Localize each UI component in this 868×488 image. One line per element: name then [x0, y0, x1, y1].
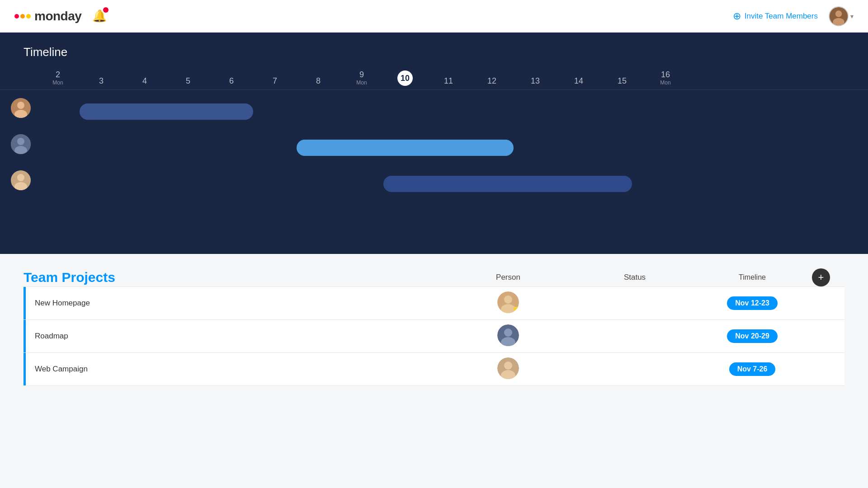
gantt-bar-2: [297, 140, 514, 156]
svg-point-0: [14, 14, 19, 19]
scroll-col-3: [834, 353, 844, 386]
header: monday 🔔 ⊕ Invite Team Members: [0, 0, 868, 33]
task-name-2: Roadmap: [26, 332, 68, 341]
gantt-row-3: [36, 162, 868, 198]
column-header-person: Person: [445, 268, 571, 287]
person-cell-3: [445, 353, 571, 386]
scroll-col-2: [834, 320, 844, 353]
table-row: Roadmap Done Nov 20-29: [24, 320, 844, 353]
projects-table-body: New Homepage Done: [24, 287, 844, 386]
plus-icon: ⊕: [733, 10, 741, 22]
gantt-bar-3: [383, 176, 632, 192]
person-avatar-2: [497, 324, 519, 346]
date-cell-11: 11: [427, 76, 470, 86]
scroll-col-1: [834, 287, 844, 320]
timeline-cell-1: Nov 12-23: [698, 287, 807, 320]
person-cell-2: [445, 320, 571, 353]
svg-rect-18: [514, 307, 518, 311]
date-cell-2: 2Mon: [36, 70, 80, 86]
person-cell-1: [445, 287, 571, 320]
table-row: Web Campaign Working on it Nov 7-26: [24, 353, 844, 386]
status-cell-2[interactable]: Done: [571, 320, 698, 353]
gantt-avatar-2: [11, 134, 31, 154]
task-cell-3: Web Campaign: [24, 353, 445, 385]
monday-logo-icon: [14, 11, 31, 22]
add-column-cell: +: [807, 268, 834, 287]
date-cell-12: 12: [470, 76, 514, 86]
date-cell-7: 7: [253, 76, 297, 86]
person-face-2: [497, 324, 519, 346]
svg-point-5: [833, 18, 844, 26]
svg-point-23: [504, 361, 512, 370]
person-avatar-3: [497, 357, 519, 379]
extra-col-3: [807, 353, 834, 386]
gantt-avatar-3: [11, 170, 31, 190]
date-cell-14: 14: [557, 76, 600, 86]
projects-table: Team Projects Person Status Timeline + N…: [24, 268, 844, 386]
person-avatar-1: [497, 291, 519, 313]
date-cell-8: 8: [297, 76, 340, 86]
chevron-down-icon: ▾: [850, 13, 854, 20]
date-cell-5: 5: [166, 76, 210, 86]
gantt-bar-1: [80, 103, 253, 120]
svg-point-4: [835, 10, 842, 17]
logo-text: monday: [34, 9, 81, 23]
svg-point-16: [504, 296, 512, 304]
notification-bell[interactable]: 🔔: [92, 9, 107, 23]
svg-point-13: [17, 174, 24, 181]
column-header-timeline: Timeline: [698, 268, 807, 287]
task-name-cell-3: Web Campaign: [24, 353, 445, 386]
svg-point-10: [17, 138, 24, 145]
svg-point-2: [26, 14, 31, 19]
extra-col-2: [807, 320, 834, 353]
status-cell-1[interactable]: Done: [571, 287, 698, 320]
task-name-cell-1: New Homepage: [24, 287, 445, 320]
scroll-col: [834, 268, 844, 287]
header-title-cell: Team Projects: [24, 268, 445, 287]
table-row: New Homepage Done: [24, 287, 844, 320]
date-ruler: 2Mon3456789Mon10111213141516Mon: [0, 70, 868, 90]
table-header-row: Team Projects Person Status Timeline +: [24, 268, 844, 287]
task-name-3: Web Campaign: [26, 365, 88, 374]
date-cell-6: 6: [210, 76, 253, 86]
avatar-photo: [830, 7, 848, 25]
svg-point-20: [504, 328, 512, 337]
date-cell-15: 15: [600, 76, 644, 86]
header-right: ⊕ Invite Team Members ▾: [733, 6, 854, 26]
add-column-button[interactable]: +: [812, 268, 830, 286]
user-avatar: [829, 6, 849, 26]
projects-title: Team Projects: [24, 270, 115, 285]
gantt-avatar-img-2: [11, 134, 31, 154]
status-cell-3[interactable]: Working on it: [571, 353, 698, 386]
gantt-avatar-1: [11, 98, 31, 118]
gantt-area: [0, 90, 868, 198]
timeline-badge-2: Nov 20-29: [727, 329, 778, 343]
date-cell-3: 3: [80, 76, 123, 86]
timeline-badge-1: Nov 12-23: [727, 296, 778, 310]
projects-section: Team Projects Person Status Timeline + N…: [0, 254, 868, 386]
date-cell-13: 13: [514, 76, 557, 86]
header-left: monday 🔔: [14, 9, 107, 23]
invite-label: Invite Team Members: [745, 12, 818, 21]
notification-badge: [103, 7, 108, 13]
user-avatar-wrapper[interactable]: ▾: [829, 6, 854, 26]
avatar-silhouette: [830, 6, 848, 26]
task-name-1: New Homepage: [26, 299, 90, 308]
gantt-avatar-img-3: [11, 170, 31, 190]
timeline-badge-3: Nov 7-26: [729, 362, 776, 376]
person-face-1: [497, 291, 519, 313]
date-cell-10: 10: [383, 70, 427, 86]
task-cell-2: Roadmap: [24, 320, 445, 352]
extra-col-1: [807, 287, 834, 320]
person-face-3: [497, 357, 519, 379]
timeline-title: Timeline: [0, 45, 868, 70]
date-cell-16: 16Mon: [644, 70, 687, 86]
timeline-section: Timeline 2Mon3456789Mon10111213141516Mon: [0, 33, 868, 254]
timeline-cell-2: Nov 20-29: [698, 320, 807, 353]
gantt-row-2: [36, 126, 868, 162]
svg-point-7: [17, 102, 24, 109]
gantt-avatar-img-1: [11, 98, 31, 118]
task-cell-1: New Homepage: [24, 287, 445, 319]
invite-team-button[interactable]: ⊕ Invite Team Members: [733, 10, 818, 22]
gantt-row-1: [36, 90, 868, 126]
